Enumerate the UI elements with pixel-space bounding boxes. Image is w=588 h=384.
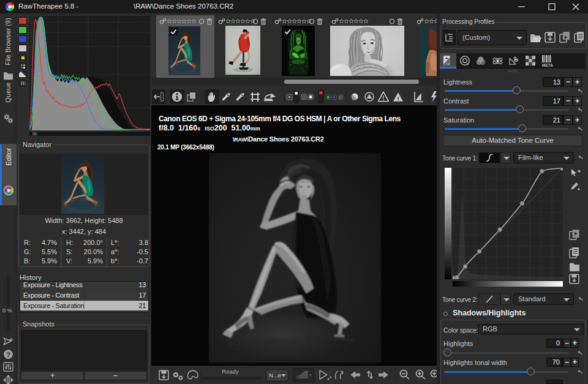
- svg-text:!: !: [397, 95, 399, 102]
- svg-text:Ready: Ready: [222, 368, 239, 375]
- svg-text:–: –: [447, 61, 450, 66]
- svg-text:!: !: [382, 95, 384, 102]
- svg-text:META: META: [542, 63, 553, 67]
- svg-text:?: ?: [6, 351, 10, 358]
